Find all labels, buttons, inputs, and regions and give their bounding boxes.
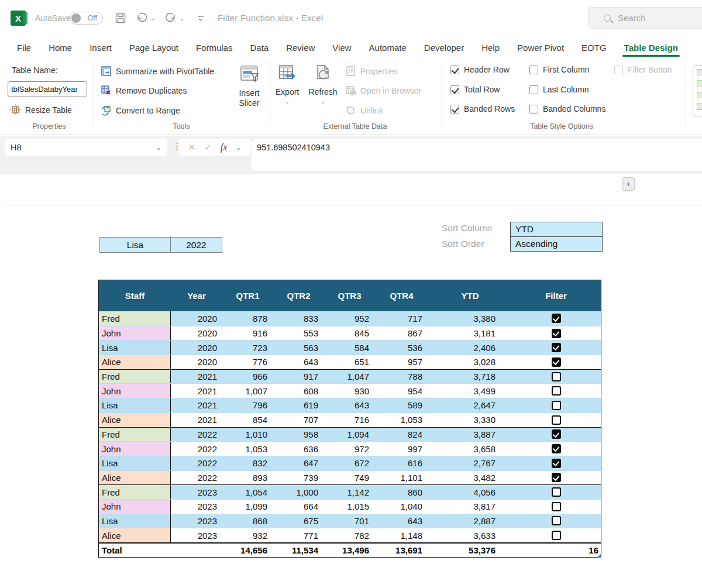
- insert-slicer-button[interactable]: Insert Slicer: [233, 63, 266, 108]
- cell-qtr1[interactable]: 723: [222, 341, 273, 355]
- cell-qtr2[interactable]: 917: [273, 370, 324, 384]
- cell-qtr4[interactable]: 824: [375, 428, 428, 442]
- header-cell-ytd[interactable]: YTD: [428, 280, 512, 311]
- formula-bar-expand-icon[interactable]: ⌄: [236, 144, 241, 152]
- tab-data[interactable]: Data: [241, 36, 277, 59]
- cell-filter[interactable]: [512, 485, 600, 499]
- header-cell-qtr4[interactable]: QTR4: [375, 280, 428, 311]
- cell-qtr3[interactable]: 972: [324, 442, 375, 456]
- cell-staff[interactable]: Lisa: [99, 456, 171, 470]
- tab-insert[interactable]: Insert: [81, 36, 121, 59]
- filter-checkbox-checked[interactable]: [552, 357, 561, 367]
- filter-checkbox-unchecked[interactable]: [552, 372, 561, 381]
- enter-formula-icon[interactable]: ✓: [204, 142, 212, 153]
- total-filter-count[interactable]: 16: [512, 544, 600, 557]
- checkbox-icon[interactable]: [450, 66, 459, 74]
- cell-year[interactable]: 2023: [171, 485, 222, 499]
- cell-qtr4[interactable]: 997: [375, 442, 428, 456]
- cell-qtr2[interactable]: 553: [273, 326, 324, 341]
- cell-qtr4[interactable]: 860: [375, 485, 428, 499]
- cell-qtr3[interactable]: 1,015: [324, 500, 375, 514]
- cell-qtr1[interactable]: 832: [222, 456, 273, 470]
- cell-year[interactable]: 2020: [171, 326, 222, 341]
- cell-filter[interactable]: [512, 528, 600, 542]
- filter-checkbox-unchecked[interactable]: [552, 516, 561, 525]
- cell-qtr2[interactable]: 739: [273, 471, 324, 485]
- cell-filter[interactable]: [512, 413, 600, 427]
- total-qtr1[interactable]: 14,656: [222, 544, 273, 557]
- cell-qtr3[interactable]: 1,142: [324, 485, 375, 499]
- cell-qtr2[interactable]: 707: [273, 413, 324, 427]
- cell-staff[interactable]: John: [99, 500, 171, 514]
- filter-checkbox-unchecked[interactable]: [552, 487, 561, 497]
- cell-filter[interactable]: [512, 326, 600, 341]
- cell-qtr1[interactable]: 878: [222, 311, 273, 326]
- cell-staff[interactable]: Lisa: [99, 341, 171, 355]
- cell-ytd[interactable]: 3,482: [428, 471, 512, 485]
- save-icon[interactable]: [115, 12, 126, 24]
- cell-filter[interactable]: [512, 341, 600, 355]
- header-cell-qtr2[interactable]: QTR2: [273, 280, 324, 311]
- cell-staff[interactable]: John: [99, 326, 171, 341]
- cancel-formula-icon[interactable]: ✕: [188, 142, 196, 153]
- cell-qtr4[interactable]: 643: [375, 514, 428, 528]
- cell-qtr1[interactable]: 868: [222, 514, 273, 528]
- cell-year[interactable]: 2021: [171, 370, 222, 384]
- cell-staff[interactable]: Alice: [99, 471, 171, 485]
- cell-qtr2[interactable]: 647: [273, 456, 324, 470]
- export-button[interactable]: Export ⌄: [273, 63, 302, 105]
- insert-function-icon[interactable]: fx: [221, 142, 228, 153]
- cell-qtr2[interactable]: 771: [273, 528, 324, 542]
- cell-qtr1[interactable]: 916: [222, 326, 273, 341]
- cell-ytd[interactable]: 3,028: [428, 355, 512, 369]
- filter-checkbox-unchecked[interactable]: [552, 386, 561, 396]
- cell-staff[interactable]: Alice: [99, 528, 171, 542]
- cell-year[interactable]: 2020: [171, 311, 222, 326]
- header-cell-filter[interactable]: Filter: [512, 280, 600, 311]
- cell-staff[interactable]: John: [99, 442, 171, 456]
- checkbox-icon[interactable]: [450, 85, 459, 94]
- tab-developer[interactable]: Developer: [415, 36, 473, 59]
- cell-filter[interactable]: [512, 428, 600, 442]
- header-cell-qtr3[interactable]: QTR3: [324, 280, 375, 311]
- cell-year[interactable]: 2023: [171, 528, 222, 542]
- refresh-button[interactable]: Refresh ⌄: [307, 63, 339, 105]
- table-styles-gallery[interactable]: [693, 65, 702, 116]
- cell-qtr3[interactable]: 701: [324, 514, 375, 528]
- tab-file[interactable]: File: [8, 36, 40, 59]
- properties-button[interactable]: Properties: [345, 66, 398, 77]
- cell-filter[interactable]: [512, 398, 600, 412]
- checkbox-icon[interactable]: [529, 85, 538, 94]
- cell-ytd[interactable]: 2,767: [428, 456, 512, 470]
- cell-qtr2[interactable]: 675: [273, 514, 324, 528]
- excel-app-icon[interactable]: X: [11, 11, 26, 26]
- cell-filter[interactable]: [512, 456, 600, 470]
- tab-eotg[interactable]: EOTG: [573, 36, 615, 59]
- cell-qtr1[interactable]: 1,099: [222, 500, 273, 514]
- checkbox-banded-columns[interactable]: Banded Columns: [529, 104, 605, 114]
- undo-icon[interactable]: [135, 12, 148, 25]
- open-in-browser-button[interactable]: Open in Browser: [345, 85, 421, 96]
- filter-checkbox-checked[interactable]: [552, 444, 561, 453]
- undo-dropdown-icon[interactable]: ⌄: [150, 15, 155, 22]
- cell-qtr1[interactable]: 966: [222, 370, 273, 384]
- filter-checkbox-checked[interactable]: [552, 343, 561, 352]
- filter-checkbox-checked[interactable]: [552, 473, 561, 482]
- cell-qtr2[interactable]: 664: [273, 500, 324, 514]
- filter-year-cell[interactable]: 2022: [170, 237, 222, 253]
- filter-checkbox-checked[interactable]: [552, 314, 561, 323]
- cell-qtr3[interactable]: 952: [324, 311, 375, 326]
- cell-qtr4[interactable]: 867: [375, 326, 428, 341]
- filter-checkbox-checked[interactable]: [552, 459, 561, 468]
- filter-checkbox-checked[interactable]: [552, 329, 561, 338]
- checkbox-banded-rows[interactable]: Banded Rows: [450, 104, 515, 114]
- cell-year[interactable]: 2023: [171, 500, 222, 514]
- cell-ytd[interactable]: 3,718: [428, 370, 512, 384]
- add-sheet-button[interactable]: +: [622, 177, 635, 191]
- cell-qtr2[interactable]: 958: [273, 428, 324, 442]
- cell-qtr4[interactable]: 1,101: [375, 471, 428, 485]
- checkbox-icon[interactable]: [450, 105, 459, 114]
- cell-qtr2[interactable]: 636: [273, 442, 324, 456]
- cell-qtr3[interactable]: 1,094: [324, 428, 375, 442]
- cell-ytd[interactable]: 2,887: [428, 514, 512, 528]
